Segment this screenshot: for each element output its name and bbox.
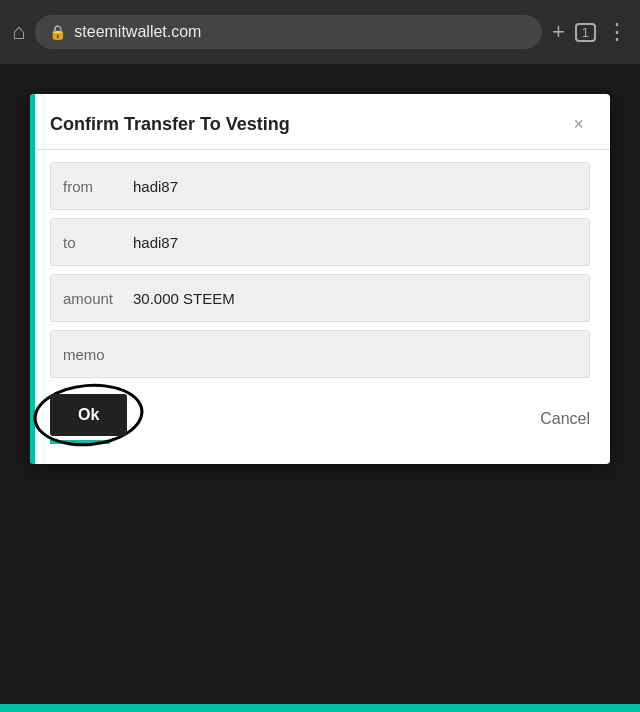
modal-actions: Ok Cancel [50, 394, 590, 444]
to-field-row: to hadi87 [50, 218, 590, 266]
cancel-button[interactable]: Cancel [540, 410, 590, 428]
amount-field-row: amount 30.000 STEEM [50, 274, 590, 322]
tab-count[interactable]: 1 [575, 23, 596, 42]
amount-value: 30.000 STEEM [133, 290, 577, 307]
from-field-row: from hadi87 [50, 162, 590, 210]
to-label: to [63, 234, 133, 251]
memo-label: memo [63, 346, 133, 363]
modal-title: Confirm Transfer To Vesting [50, 114, 290, 135]
amount-label: amount [63, 290, 133, 307]
url-display: steemitwallet.com [74, 23, 201, 41]
page-background: Confirm Transfer To Vesting × from hadi8… [0, 64, 640, 712]
memo-input[interactable] [133, 346, 577, 363]
ok-button[interactable]: Ok [50, 394, 127, 436]
modal-header: Confirm Transfer To Vesting × [30, 94, 610, 150]
add-tab-icon[interactable]: + [552, 19, 565, 45]
lock-icon: 🔒 [49, 24, 66, 40]
to-value: hadi87 [133, 234, 577, 251]
confirm-transfer-modal: Confirm Transfer To Vesting × from hadi8… [30, 94, 610, 464]
home-icon[interactable]: ⌂ [12, 19, 25, 45]
from-label: from [63, 178, 133, 195]
browser-chrome: ⌂ 🔒 steemitwallet.com + 1 ⋮ [0, 0, 640, 64]
ok-btn-container: Ok [50, 394, 127, 436]
address-bar[interactable]: 🔒 steemitwallet.com [35, 15, 542, 49]
memo-field-row[interactable]: memo [50, 330, 590, 378]
ok-button-wrapper: Ok [50, 394, 127, 444]
browser-actions: + 1 ⋮ [552, 19, 628, 45]
from-value: hadi87 [133, 178, 577, 195]
teal-accent-bar [0, 704, 640, 712]
menu-icon[interactable]: ⋮ [606, 19, 628, 45]
close-button[interactable]: × [567, 112, 590, 137]
teal-underline [50, 440, 110, 444]
modal-body: from hadi87 to hadi87 amount 30.000 STEE… [30, 150, 610, 464]
